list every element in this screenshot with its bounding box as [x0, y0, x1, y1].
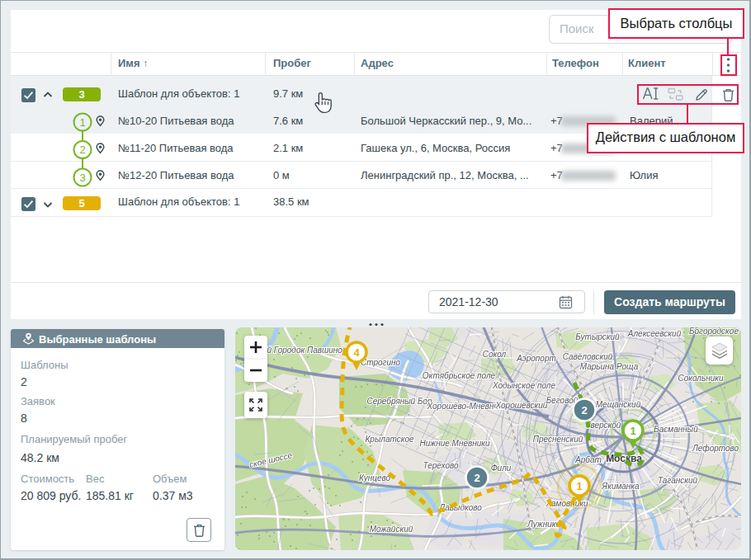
svg-text:Можайский: Можайский	[370, 525, 413, 534]
svg-text:Октябрьское поле: Октябрьское поле	[423, 371, 496, 380]
svg-text:Терехово: Терехово	[423, 461, 458, 470]
svg-text:Пресненский: Пресненский	[533, 435, 583, 444]
svg-text:Якиманка: Якиманка	[601, 482, 640, 491]
svg-text:Марьина Роща: Марьина Роща	[580, 362, 639, 371]
svg-text:Кунцево: Кунцево	[359, 473, 391, 482]
svg-text:1: 1	[576, 480, 582, 492]
svg-text:Сокольники: Сокольники	[678, 374, 724, 383]
svg-text:Лефортово: Лефортово	[692, 444, 739, 453]
svg-text:Ходынское поле: Ходынское поле	[492, 381, 556, 390]
svg-text:Крылатское: Крылатское	[365, 435, 414, 444]
svg-text:Бутырский: Бутырский	[575, 332, 620, 341]
svg-text:Савёловский: Савёловский	[563, 352, 613, 361]
svg-text:1: 1	[79, 116, 85, 129]
svg-text:Строгино: Строгино	[361, 358, 401, 367]
svg-text:Лужники: Лужники	[527, 520, 561, 529]
svg-text:Беговой: Беговой	[546, 396, 579, 405]
svg-text:Тверской: Тверской	[586, 421, 621, 430]
svg-text:1: 1	[630, 425, 635, 437]
svg-text:Алексеевский: Алексеевский	[627, 329, 682, 338]
svg-text:Басманный: Басманный	[654, 425, 698, 434]
svg-text:2: 2	[474, 472, 479, 484]
svg-text:Хорошёвский: Хорошёвский	[495, 401, 548, 410]
svg-text:Мещанский: Мещанский	[596, 400, 641, 409]
svg-text:Серебряный Бор: Серебряный Бор	[366, 397, 432, 406]
svg-text:3: 3	[79, 172, 85, 184]
svg-text:2: 2	[581, 404, 587, 416]
svg-text:Богородское: Богородское	[689, 327, 739, 336]
svg-text:4: 4	[353, 346, 360, 359]
svg-text:Москва: Москва	[606, 453, 642, 464]
svg-text:Сокол: Сокол	[483, 350, 507, 359]
svg-text:Аэропорт: Аэропорт	[516, 354, 556, 363]
svg-text:Нижние Мневники: Нижние Мневники	[419, 439, 489, 448]
svg-text:2: 2	[79, 144, 85, 156]
svg-text:Фили: Фили	[491, 464, 512, 473]
svg-text:Арбат: Арбат	[574, 455, 602, 464]
svg-text:Таганский: Таганский	[658, 476, 698, 485]
